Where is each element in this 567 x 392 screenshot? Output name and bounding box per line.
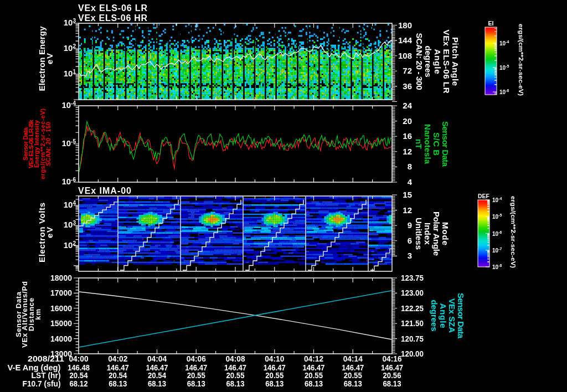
svg-text:68.13: 68.13 [305,379,323,388]
svg-text:km: km [34,309,42,320]
svg-text:15: 15 [403,190,412,199]
svg-text:120.00: 120.00 [401,349,424,358]
svg-text:10-6: 10-6 [61,177,76,186]
svg-text:10-6: 10-6 [499,89,509,95]
svg-text:68.13: 68.13 [148,379,166,388]
svg-text:123.00: 123.00 [401,288,424,297]
svg-text:68.13: 68.13 [383,379,401,388]
svg-text:10-8: 10-8 [492,264,502,270]
svg-text:16: 16 [403,131,412,141]
svg-text:degrees: degrees [424,46,433,78]
svg-text:Nanotesla: Nanotesla [423,124,432,164]
svg-text:F10.7 (sfu): F10.7 (sfu) [23,379,61,388]
svg-text:04:00: 04:00 [69,354,89,363]
svg-text:Pitch Angle: Pitch Angle [451,37,460,86]
svg-text:4: 4 [408,177,413,187]
svg-text:degrees: degrees [430,300,439,332]
svg-text:6: 6 [408,236,412,245]
svg-text:102: 102 [64,240,76,250]
svg-text:Angle: Angle [433,49,442,74]
svg-text:104: 104 [64,200,76,209]
svg-text:102: 102 [64,43,76,53]
svg-text:VEx SZA: VEx SZA [447,298,457,333]
svg-text:14000: 14000 [50,334,72,343]
svg-text:2008/211: 2008/211 [28,354,64,363]
svg-text:10-5: 10-5 [492,213,502,220]
svg-text:101: 101 [64,69,76,78]
svg-text:VEx ELS-06 LR: VEx ELS-06 LR [78,3,147,13]
svg-text:24: 24 [403,101,412,110]
svg-text:180: 180 [398,20,412,30]
svg-text:123.75: 123.75 [401,273,424,282]
svg-text:VEx ELS-06 LR: VEx ELS-06 LR [442,30,451,94]
svg-text:Angle: Angle [439,303,448,328]
svg-text:108: 108 [398,51,412,60]
svg-text:121.50: 121.50 [401,318,424,328]
svg-text:Index: Index [423,223,432,245]
svg-text:SCAN: 20 - 300: SCAN: 20 - 300 [415,33,424,90]
svg-text:15000: 15000 [50,318,72,328]
svg-text:144: 144 [398,35,413,45]
svg-text:36: 36 [403,81,412,91]
svg-text:04:16: 04:16 [383,354,402,363]
svg-text:10-4: 10-4 [499,40,509,47]
svg-text:nT: nT [414,139,424,149]
svg-text:Polar Angle: Polar Angle [432,212,441,256]
svg-text:68.13: 68.13 [187,379,205,388]
svg-text:ergs/(cm**2-sr-sec-eV): ergs/(cm**2-sr-sec-eV) [518,24,524,96]
svg-text:eV: eV [45,227,54,238]
svg-text:SCAN: 20 - 150: SCAN: 20 - 150 [45,122,51,166]
svg-text:04:10: 04:10 [265,354,284,363]
svg-text:04:04: 04:04 [147,354,167,363]
svg-text:10-5: 10-5 [499,64,509,71]
svg-text:Mode: Mode [441,222,450,245]
svg-text:04:12: 04:12 [304,354,323,363]
svg-text:04:08: 04:08 [226,354,245,363]
svg-text:103: 103 [64,220,76,229]
svg-text:16000: 16000 [50,303,72,313]
svg-text:9: 9 [408,220,412,230]
svg-text:Sensor Data: Sensor Data [441,121,450,167]
svg-text:eV: eV [45,53,54,64]
svg-text:Sensor Data: Sensor Data [456,293,466,339]
svg-text:68.13: 68.13 [344,379,362,388]
svg-text:68.12: 68.12 [70,379,88,388]
svg-text:04:06: 04:06 [187,354,206,363]
svg-text:04:02: 04:02 [108,354,127,363]
svg-text:68.13: 68.13 [226,379,245,388]
svg-text:120.75: 120.75 [401,334,424,343]
svg-text:Unitless: Unitless [414,218,424,250]
svg-text:DEF: DEF [478,193,490,199]
svg-text:10-6: 10-6 [492,230,502,237]
svg-text:68.13: 68.13 [265,379,284,388]
svg-text:12: 12 [403,147,412,156]
svg-text:12: 12 [403,205,412,215]
svg-text:17000: 17000 [50,288,72,297]
svg-text:10-4: 10-4 [61,100,76,110]
svg-text:68.13: 68.13 [109,379,127,388]
svg-text:20: 20 [403,116,412,126]
svg-text:10-7: 10-7 [492,247,502,254]
svg-text:10-5: 10-5 [61,138,76,148]
svg-text:3: 3 [408,251,412,260]
svg-text:72: 72 [403,66,412,75]
svg-text:04:14: 04:14 [343,354,363,363]
svg-text:18000: 18000 [50,273,72,282]
svg-text:VEx ELS-06 HR: VEx ELS-06 HR [78,13,147,23]
svg-text:10-4: 10-4 [492,197,502,203]
svg-text:EI: EI [488,20,494,27]
svg-text:8: 8 [408,162,412,171]
svg-text:103: 103 [64,18,76,27]
svg-text:VEx IMA-00: VEx IMA-00 [78,186,131,195]
svg-text:ergs/(cm**2-sr-sec-eV): ergs/(cm**2-sr-sec-eV) [510,196,517,268]
svg-text:122.25: 122.25 [401,303,424,313]
svg-text:S/C B: S/C B [432,132,441,156]
